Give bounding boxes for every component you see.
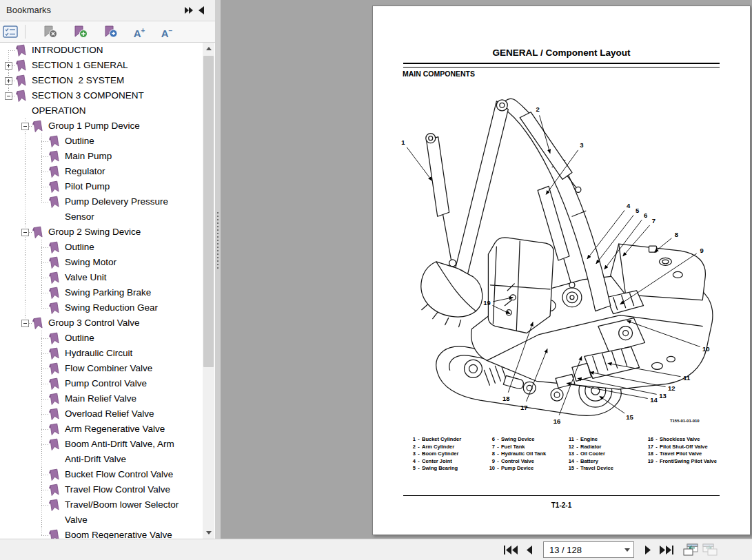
bookmark-item[interactable]: Main Pump — [0, 149, 202, 164]
bookmark-flag-icon — [48, 149, 61, 164]
bookmark-item[interactable]: Group 2 Swing Device — [0, 225, 202, 240]
panel-menu-chevrons-icon[interactable] — [183, 6, 194, 15]
last-page-button[interactable] — [658, 541, 675, 558]
bookmark-label: Boom Anti-Drift Valve, Arm Anti-Drift Va… — [0, 437, 192, 467]
bookmark-item[interactable]: Hydraulic Circuit — [0, 346, 202, 361]
expander-minus[interactable] — [21, 123, 29, 130]
bookmark-label: Travel Flow Control Valve — [0, 482, 192, 497]
legend-item: 17-Pilot Shut-Off Valve — [644, 444, 724, 451]
bookmark-item[interactable]: Group 1 Pump Device — [0, 118, 202, 134]
increase-text-size-button[interactable]: A+ — [129, 23, 150, 41]
bookmark-flag-icon — [48, 468, 61, 482]
bookmark-item[interactable]: INTRODUCTION — [0, 43, 202, 58]
bookmark-label: Main Pump — [0, 149, 192, 164]
next-view-button[interactable] — [700, 541, 720, 558]
delete-bookmark-button[interactable] — [39, 23, 60, 41]
bookmark-item[interactable]: Bucket Flow Control Valve — [0, 467, 202, 482]
legend-item: 3-Boom Cylinder — [407, 450, 486, 458]
panel-splitter[interactable] — [215, 0, 221, 539]
bookmark-flag-icon — [48, 362, 61, 376]
bookmarks-panel-header: Bookmarks — [0, 0, 215, 21]
bookmark-label: INTRODUCTION — [0, 43, 192, 58]
callout-number: 11 — [683, 374, 690, 382]
bookmark-flag-icon — [48, 256, 61, 270]
previous-page-button[interactable] — [520, 541, 538, 558]
bookmark-item[interactable]: Main Relief Valve — [0, 391, 202, 406]
new-bookmark-button[interactable] — [70, 23, 90, 41]
bookmark-item[interactable]: SECTION 2 SYSTEM — [0, 73, 202, 88]
bookmark-item[interactable]: Swing Motor — [0, 255, 202, 270]
bookmark-item[interactable]: Swing Parking Brake — [0, 285, 202, 300]
legend-item: 15-Travel Device — [565, 465, 644, 473]
bookmark-item[interactable]: Swing Reduction Gear — [0, 300, 202, 315]
bookmark-label: Bucket Flow Control Valve — [0, 467, 192, 482]
page-title: GENERAL / Component Layout — [373, 48, 750, 58]
bookmark-flag-icon — [31, 225, 44, 240]
bookmark-item[interactable]: Travel Flow Control Valve — [0, 482, 202, 497]
bookmark-label: Outline — [0, 331, 192, 346]
bookmark-item[interactable]: Outline — [0, 240, 202, 255]
bookmark-item[interactable]: Pilot Pump — [0, 179, 202, 194]
bookmark-label: Arm Regenerative Valve — [0, 422, 192, 437]
bookmark-item[interactable]: Flow Combiner Valve — [0, 361, 202, 376]
bookmark-item[interactable]: Boom Anti-Drift Valve, Arm Anti-Drift Va… — [0, 437, 202, 467]
bookmark-options-button[interactable] — [0, 23, 21, 41]
bookmark-item[interactable]: Pump Delevery Pressure Sensor — [0, 194, 202, 225]
callout-number: 3 — [580, 141, 583, 149]
bookmark-item[interactable]: Travel/Boom lower Selector Valve — [0, 497, 202, 528]
bookmarks-scrollbar[interactable] — [203, 43, 214, 539]
page-dropdown-caret-icon[interactable] — [624, 548, 630, 552]
bookmark-item[interactable]: Valve Unit — [0, 270, 202, 285]
bookmark-item[interactable]: Overload Relief Valve — [0, 406, 202, 422]
bookmark-label: Outline — [0, 134, 192, 149]
legend-column: 1-Bucket Cylinder2-Arm Cylinder3-Boom Cy… — [407, 436, 486, 473]
svg-text:T155-01-01-010: T155-01-01-010 — [670, 419, 700, 423]
callout-number: 17 — [520, 404, 528, 411]
page-number-input[interactable] — [544, 543, 620, 557]
page-code: T1-2-1 — [373, 501, 750, 509]
scroll-up-button[interactable] — [203, 43, 214, 54]
legend-item: 5-Swing Bearing — [407, 465, 486, 473]
expander-minus[interactable] — [21, 229, 29, 236]
bookmark-flag-icon — [14, 89, 28, 103]
callout-number: 7 — [652, 217, 656, 225]
previous-view-button[interactable] — [681, 541, 700, 558]
scrollbar-thumb[interactable] — [203, 56, 214, 367]
bookmark-item[interactable]: SECTION 3 COMPONENT OPERATION — [0, 88, 202, 118]
bookmark-flag-icon — [48, 195, 61, 209]
bottom-toolbar — [0, 539, 752, 560]
bookmark-flag-icon — [48, 180, 61, 194]
bookmark-item[interactable]: Outline — [0, 134, 202, 149]
expander-plus[interactable] — [5, 77, 12, 85]
bookmark-item[interactable]: Outline — [0, 331, 202, 346]
bookmark-item[interactable]: Regulator — [0, 164, 202, 179]
bookmark-item[interactable]: Boom Regenerative Valve — [0, 528, 202, 539]
callout-number: 15 — [626, 413, 633, 421]
bookmark-label: Boom Regenerative Valve — [0, 528, 192, 539]
legend-item: 8-Hydraulic Oil Tank — [486, 450, 565, 458]
bookmark-item[interactable]: Pump Control Valve — [0, 376, 202, 391]
first-page-button[interactable] — [502, 541, 520, 558]
callout-number: 19 — [483, 299, 491, 307]
legend-column: 6-Swing Device7-Fuel Tank8-Hydraulic Oil… — [486, 436, 565, 473]
expander-minus[interactable] — [5, 92, 12, 100]
legend-item: 14-Battery — [565, 458, 644, 466]
scroll-down-button[interactable] — [203, 527, 214, 539]
expander-minus[interactable] — [21, 320, 29, 327]
decrease-text-size-button[interactable]: A− — [156, 23, 177, 41]
callout-number: 4 — [627, 202, 631, 209]
document-viewport[interactable]: GENERAL / Component Layout MAIN COMPONEN… — [221, 0, 752, 539]
page-number-box[interactable] — [543, 541, 634, 558]
bookmark-label: Regulator — [0, 164, 192, 179]
pdf-page: GENERAL / Component Layout MAIN COMPONEN… — [372, 6, 751, 535]
bookmark-flag-icon — [31, 316, 44, 331]
collapse-panel-icon[interactable] — [197, 6, 208, 15]
bookmark-item[interactable]: Group 3 Control Valve — [0, 315, 202, 331]
next-page-button[interactable] — [640, 541, 658, 558]
callout-number: 8 — [675, 231, 678, 238]
bookmark-item[interactable]: SECTION 1 GENERAL — [0, 58, 202, 73]
bookmark-label: Main Relief Valve — [0, 391, 192, 406]
locate-bookmark-button[interactable] — [100, 23, 121, 41]
expander-plus[interactable] — [5, 62, 12, 70]
bookmark-item[interactable]: Arm Regenerative Valve — [0, 422, 202, 437]
